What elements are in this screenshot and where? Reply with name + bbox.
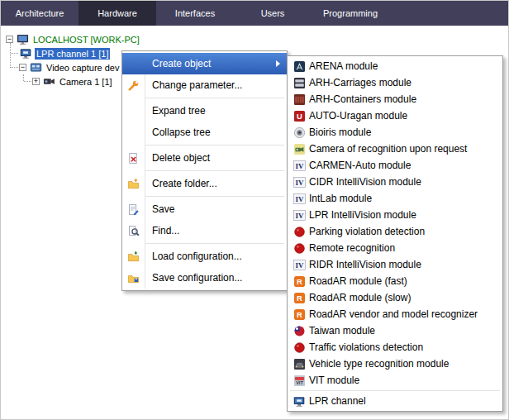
submenu-item-ridr-intellivision-module[interactable]: IVRIDR IntelliVision module xyxy=(289,256,501,273)
menu-item-change-parameter[interactable]: Change parameter... xyxy=(122,74,287,96)
menu-item-load-configuration[interactable]: Load configuration... xyxy=(122,246,287,267)
svg-text:VIT: VIT xyxy=(296,380,303,385)
submenu-item-traffic-violations-detection[interactable]: Traffic violations detection xyxy=(289,339,501,356)
menu-item-delete-object[interactable]: Delete object xyxy=(122,147,287,169)
svg-text:IV: IV xyxy=(295,194,303,203)
submenu-item-label: Traffic violations detection xyxy=(309,341,423,353)
intellivision-icon: IV xyxy=(289,209,309,222)
load-config-icon xyxy=(122,251,145,263)
submenu-item-arena-module[interactable]: ARENA module xyxy=(289,58,501,74)
svg-text:R: R xyxy=(297,311,302,319)
menu-item-save-configuration[interactable]: Save configuration... xyxy=(122,267,287,289)
submenu-item-label: CIDR IntelliVision module xyxy=(309,176,421,188)
roadar-icon: R xyxy=(289,308,309,321)
auto-uragan-icon: U xyxy=(289,110,309,122)
taiwan-icon xyxy=(289,325,309,337)
tab-label: Interfaces xyxy=(175,8,215,18)
menu-item-find[interactable]: Find... xyxy=(122,220,287,241)
traffic-violation-icon xyxy=(289,341,309,354)
save-config-icon xyxy=(122,272,145,284)
tree-expander-icon[interactable]: − xyxy=(6,36,13,43)
menu-separator xyxy=(145,196,284,197)
menu-separator xyxy=(145,98,284,98)
tab-label: Hardware xyxy=(98,8,137,18)
camera-recognition-icon xyxy=(289,143,309,155)
submenu-item-intlab-module[interactable]: IVIntLab module xyxy=(289,190,501,207)
svg-text:IV: IV xyxy=(295,178,303,186)
menu-item-label: Delete object xyxy=(145,152,210,164)
menu-item-create-object[interactable]: Create object xyxy=(122,53,287,74)
intellivision-icon: IV xyxy=(289,259,309,271)
submenu-item-label: VIT module xyxy=(309,375,359,386)
tree-expander-icon[interactable]: − xyxy=(19,64,26,71)
menu-item-label: Load configuration... xyxy=(145,251,242,262)
submenu-item-label: RoadAR vendor and model recognizer xyxy=(309,308,478,320)
submenu-item-lpr-intellivision-module[interactable]: IVLPR IntelliVision module xyxy=(289,207,501,223)
submenu-item-camera-of-recognition-upon-request[interactable]: Camera of recognition upon request xyxy=(289,141,501,157)
svg-text:IV: IV xyxy=(295,211,303,219)
submenu-item-taiwan-module[interactable]: Taiwan module xyxy=(289,322,501,339)
menu-item-save[interactable]: Save xyxy=(122,198,287,220)
arh-carriages-icon xyxy=(289,77,309,89)
tab-label: Programming xyxy=(323,8,378,18)
submenu-item-label: LPR IntelliVision module xyxy=(309,209,416,221)
tab-label: Architecture xyxy=(16,8,64,18)
tree-item-label: LPR channel 1 [1] xyxy=(35,48,110,60)
tree-item-label: Video capture dev xyxy=(45,62,121,74)
tab-users[interactable]: Users xyxy=(234,1,312,26)
menu-item-label: Save xyxy=(145,203,174,215)
tree-expander-icon[interactable]: + xyxy=(32,78,40,85)
submenu-item-roadar-module-slow[interactable]: RRoadAR module (slow) xyxy=(289,289,501,306)
submenu-item-vehicle-type-recognition-module[interactable]: Vehicle type recognition module xyxy=(289,356,501,372)
submenu-item-label: Bioiris module xyxy=(309,126,371,138)
app-window: ArchitectureHardwareInterfacesUsersProgr… xyxy=(0,0,509,420)
tree-item-localhost-work-pc[interactable]: −LOCALHOST [WORK-PC] xyxy=(1,32,508,46)
submenu-item-label: RoadAR module (fast) xyxy=(309,275,407,287)
submenu-item-roadar-module-fast[interactable]: RRoadAR module (fast) xyxy=(289,273,501,289)
submenu-item-label: ARENA module xyxy=(309,60,378,72)
menu-item-label: Change parameter... xyxy=(145,79,242,91)
submenu-item-carmen-auto-module[interactable]: IVCARMEN-Auto module xyxy=(289,157,501,174)
submenu-item-cidr-intellivision-module[interactable]: IVCIDR IntelliVision module xyxy=(289,174,501,190)
submenu-item-lpr-channel[interactable]: LPR channel xyxy=(289,393,501,409)
roadar-icon: R xyxy=(289,275,309,288)
svg-text:R: R xyxy=(297,294,302,303)
submenu-item-parking-violation-detection[interactable]: Parking violation detection xyxy=(289,223,501,240)
submenu-item-label: RoadAR module (slow) xyxy=(309,292,411,303)
menu-item-label: Create object xyxy=(145,58,211,69)
vit-icon: VIT xyxy=(289,375,309,387)
tab-interfaces[interactable]: Interfaces xyxy=(156,1,234,26)
arena-icon xyxy=(289,60,309,73)
create-object-submenu: ARENA moduleARH-Carriages moduleARH-Cont… xyxy=(287,55,503,412)
menu-separator xyxy=(145,243,284,244)
submenu-item-label: RIDR IntelliVision module xyxy=(309,259,421,270)
submenu-item-label: Parking violation detection xyxy=(309,226,425,237)
submenu-item-roadar-vendor-and-model-recognizer[interactable]: RRoadAR vendor and model recognizer xyxy=(289,306,501,322)
tree-item-label: LOCALHOST [WORK-PC] xyxy=(31,34,141,45)
delete-object-icon xyxy=(122,152,145,165)
submenu-item-remote-recognition[interactable]: Remote recognition xyxy=(289,240,501,256)
submenu-arrow-icon xyxy=(276,60,280,67)
roadar-icon: R xyxy=(289,292,309,304)
submenu-item-bioiris-module[interactable]: Bioiris module xyxy=(289,124,501,141)
menu-separator xyxy=(290,390,500,391)
submenu-item-label: Taiwan module xyxy=(309,325,375,336)
tab-hardware[interactable]: Hardware xyxy=(78,1,156,26)
submenu-item-vit-module[interactable]: VITVIT module xyxy=(289,372,501,389)
submenu-item-label: CARMEN-Auto module xyxy=(309,160,411,171)
parking-violation-icon xyxy=(289,226,309,238)
menu-item-collapse-tree[interactable]: Collapse tree xyxy=(122,122,287,143)
submenu-item-arh-containers-module[interactable]: ARH-Containers module xyxy=(289,91,501,107)
tab-architecture[interactable]: Architecture xyxy=(1,1,78,26)
menu-item-label: Find... xyxy=(145,225,179,236)
menu-item-expand-tree[interactable]: Expand tree xyxy=(122,100,287,122)
tab-label: Users xyxy=(261,8,285,18)
menu-separator xyxy=(145,170,284,171)
menu-item-create-folder[interactable]: Create folder... xyxy=(122,173,287,194)
submenu-item-arh-carriages-module[interactable]: ARH-Carriages module xyxy=(289,74,501,91)
camera-icon xyxy=(42,75,55,88)
submenu-item-auto-uragan-module[interactable]: UAUTO-Uragan module xyxy=(289,107,501,124)
save-icon xyxy=(122,203,145,216)
computer-icon xyxy=(16,33,29,45)
tab-programming[interactable]: Programming xyxy=(312,1,389,26)
